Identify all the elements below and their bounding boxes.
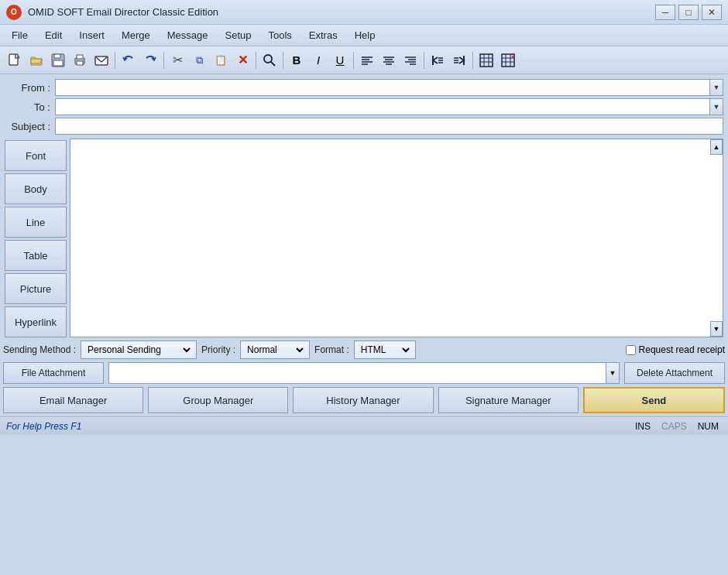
svg-rect-7 bbox=[77, 61, 83, 65]
toolbar-separator-3 bbox=[256, 52, 256, 69]
minimize-button[interactable]: ─ bbox=[655, 5, 675, 20]
bold-button[interactable]: B bbox=[287, 50, 307, 70]
find-button[interactable] bbox=[259, 50, 280, 70]
email-manager-button[interactable]: Email Manager bbox=[3, 387, 143, 413]
editor-area[interactable]: ▲ ▼ bbox=[70, 139, 723, 337]
subject-input[interactable] bbox=[55, 118, 723, 135]
send-button[interactable]: Send bbox=[583, 387, 725, 413]
from-dropdown-button[interactable]: ▼ bbox=[709, 79, 723, 96]
to-row: To : ▼ bbox=[5, 98, 723, 115]
request-receipt-label: Request read receipt bbox=[639, 344, 725, 355]
table-button-1[interactable] bbox=[476, 50, 496, 70]
svg-point-9 bbox=[264, 55, 272, 63]
svg-rect-31 bbox=[480, 54, 493, 67]
maximize-button[interactable]: □ bbox=[678, 5, 699, 20]
to-input[interactable] bbox=[55, 98, 709, 115]
font-button[interactable]: Font bbox=[5, 140, 67, 171]
manager-row: Email Manager Group Manager History Mana… bbox=[3, 387, 725, 413]
status-bar: For Help Press F1 INS CAPS NUM bbox=[0, 416, 728, 435]
close-button[interactable]: ✕ bbox=[702, 5, 722, 20]
underline-button[interactable]: U bbox=[330, 50, 350, 70]
attachment-dropdown-button[interactable]: ▼ bbox=[606, 362, 620, 384]
toolbar-separator-7 bbox=[472, 52, 473, 69]
scroll-down-button[interactable]: ▼ bbox=[710, 321, 723, 337]
menu-setup[interactable]: Setup bbox=[216, 26, 259, 44]
hyperlink-button[interactable]: Hyperlink bbox=[5, 306, 67, 337]
menu-edit[interactable]: Edit bbox=[36, 26, 70, 44]
indent-right-button[interactable] bbox=[449, 50, 469, 70]
redo-button[interactable] bbox=[140, 50, 160, 70]
format-select[interactable]: HTML bbox=[358, 344, 412, 356]
save-button[interactable] bbox=[48, 50, 68, 70]
italic-button[interactable]: I bbox=[308, 50, 328, 70]
menu-message[interactable]: Message bbox=[159, 26, 217, 44]
open-button[interactable] bbox=[26, 50, 46, 70]
attachment-input[interactable] bbox=[108, 362, 606, 384]
table-button-2[interactable] bbox=[498, 50, 518, 70]
body-button[interactable]: Body bbox=[5, 173, 67, 204]
new-button[interactable] bbox=[5, 50, 25, 70]
svg-rect-4 bbox=[53, 60, 63, 66]
toolbar-separator-1 bbox=[115, 52, 115, 69]
left-buttons: Font Body Line Table Picture Hyperlink bbox=[5, 139, 67, 337]
request-receipt-checkbox[interactable] bbox=[626, 345, 636, 355]
window-controls: ─ □ ✕ bbox=[655, 5, 722, 20]
priority-select[interactable]: Normal bbox=[244, 344, 306, 356]
menu-extras[interactable]: Extras bbox=[300, 26, 346, 44]
subject-label: Subject : bbox=[5, 121, 55, 132]
menu-merge[interactable]: Merge bbox=[113, 26, 159, 44]
main-area: From : ▼ To : ▼ Subject : Font Body Line… bbox=[0, 74, 728, 337]
toolbar-separator-6 bbox=[424, 52, 424, 69]
to-label: To : bbox=[5, 101, 55, 113]
priority-label: Priority : bbox=[201, 344, 235, 355]
signature-manager-button[interactable]: Signature Manager bbox=[438, 387, 579, 413]
format-select-wrap[interactable]: HTML bbox=[354, 341, 416, 359]
align-right-button[interactable] bbox=[400, 50, 421, 70]
sending-method-select[interactable]: Personal Sending bbox=[84, 344, 193, 356]
request-receipt-wrap: Request read receipt bbox=[626, 344, 725, 355]
priority-select-wrap[interactable]: Normal bbox=[240, 341, 310, 359]
history-manager-button[interactable]: History Manager bbox=[293, 387, 433, 413]
to-field-wrap: ▼ bbox=[55, 98, 723, 115]
menu-help[interactable]: Help bbox=[346, 26, 384, 44]
table-side-button[interactable]: Table bbox=[5, 240, 67, 271]
from-input[interactable] bbox=[55, 79, 709, 96]
undo-button[interactable] bbox=[118, 50, 139, 70]
email-flag-button[interactable] bbox=[91, 50, 112, 70]
from-label: From : bbox=[5, 82, 55, 94]
delete-attachment-button[interactable]: Delete Attachment bbox=[624, 362, 725, 384]
menu-tools[interactable]: Tools bbox=[259, 26, 300, 44]
copy-button[interactable]: ⧉ bbox=[189, 50, 209, 70]
from-field-wrap: ▼ bbox=[55, 79, 723, 96]
ins-indicator: INS bbox=[632, 421, 654, 432]
menu-insert[interactable]: Insert bbox=[70, 26, 113, 44]
from-row: From : ▼ bbox=[5, 79, 723, 96]
subject-row: Subject : bbox=[5, 118, 723, 135]
content-row: Font Body Line Table Picture Hyperlink ▲… bbox=[5, 139, 723, 337]
sending-method-label: Sending Method : bbox=[3, 344, 76, 355]
delete-button[interactable]: ✕ bbox=[232, 50, 252, 70]
caps-indicator: CAPS bbox=[658, 421, 690, 432]
scroll-up-button[interactable]: ▲ bbox=[710, 139, 723, 155]
paste-button[interactable]: 📋 bbox=[211, 50, 231, 70]
help-text: For Help Press F1 bbox=[6, 421, 81, 432]
app-icon: O bbox=[6, 5, 22, 20]
print-button[interactable] bbox=[70, 50, 90, 70]
menu-file[interactable]: File bbox=[3, 26, 36, 44]
svg-rect-6 bbox=[77, 55, 83, 59]
align-center-button[interactable] bbox=[379, 50, 399, 70]
file-attachment-button[interactable]: File Attachment bbox=[3, 362, 104, 384]
sending-method-select-wrap[interactable]: Personal Sending bbox=[81, 341, 197, 359]
title-bar: O OMID SOFT Email Director Classic Editi… bbox=[0, 0, 728, 25]
cut-button[interactable]: ✂ bbox=[167, 50, 187, 70]
group-manager-button[interactable]: Group Manager bbox=[148, 387, 288, 413]
to-dropdown-button[interactable]: ▼ bbox=[709, 98, 723, 115]
indent-left-button[interactable] bbox=[428, 50, 448, 70]
send-method-row: Sending Method : Personal Sending Priori… bbox=[3, 341, 725, 359]
status-keys: INS CAPS NUM bbox=[632, 421, 722, 432]
line-button[interactable]: Line bbox=[5, 207, 67, 238]
align-left-button[interactable] bbox=[357, 50, 377, 70]
picture-button[interactable]: Picture bbox=[5, 273, 67, 304]
svg-rect-3 bbox=[54, 54, 60, 58]
toolbar-separator-2 bbox=[163, 52, 164, 69]
